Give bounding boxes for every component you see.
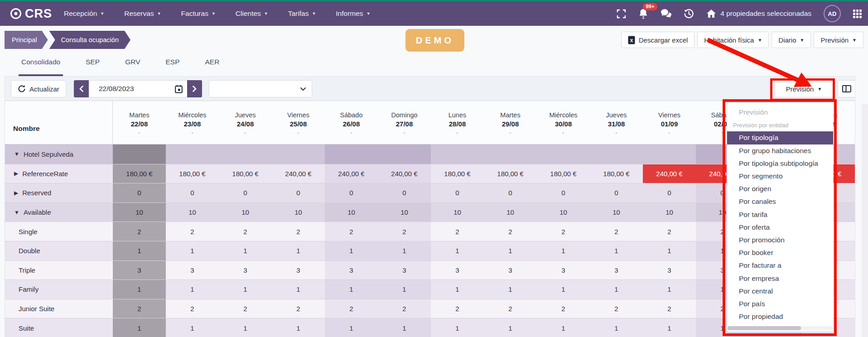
caret-down-icon: ▼ — [817, 87, 822, 91]
cell-double-22-08: 1 — [113, 241, 166, 260]
dropdown-item-por-booker[interactable]: Por booker — [727, 246, 833, 259]
row-label-available[interactable]: ▼Available — [5, 203, 113, 222]
forecast-toolbar-button[interactable]: Previsión ▼ — [775, 80, 833, 97]
dropdown-item-por-empresa[interactable]: Por empresa — [727, 272, 833, 284]
dropdown-item-por-segmento[interactable]: Por segmento — [727, 170, 833, 183]
split-columns-button[interactable] — [838, 80, 855, 97]
cell-family-26-08: 1 — [325, 280, 378, 299]
brand-logo[interactable]: CRS — [0, 7, 64, 21]
card-toolbar: Actualizar 22/08/2023 — [5, 77, 855, 101]
cell-available-27-08: 10 — [378, 203, 431, 222]
cell-single-01-09: 2 — [643, 222, 696, 241]
cell-hotel-sepulveda-24-08 — [219, 144, 272, 164]
dropdown-scrollbar-thumb[interactable] — [728, 326, 801, 330]
next-day-button[interactable] — [187, 80, 202, 97]
dropdown-item-por-tipologia-subtipologia[interactable]: Por tipología subtipología — [727, 157, 833, 170]
cell-available-24-08: 10 — [219, 203, 272, 222]
tab-esp[interactable]: ESP — [165, 55, 181, 76]
column-header-28-08: Lunes28/08- — [431, 101, 484, 144]
cell-single-29-08: 2 — [484, 222, 537, 241]
dropdown-item-por-propiedad[interactable]: Por propiedad — [727, 310, 833, 323]
cell-triple-23-08: 3 — [166, 261, 219, 280]
column-header-27-08: Domingo27/08- — [378, 101, 431, 144]
dropdown-item-por-pais[interactable]: Por país — [727, 298, 833, 310]
cell-suite-01-09: 1 — [643, 318, 696, 337]
nav-menu-item-tarifas[interactable]: Tarifas▼ — [288, 10, 316, 18]
navbar-right: 99+ 4 — [617, 5, 868, 22]
svg-text:x: x — [630, 37, 633, 43]
cell-double-30-08: 1 — [537, 241, 590, 260]
nav-menu-item-informes[interactable]: Informes▼ — [336, 10, 370, 18]
dropdown-item-por-origen[interactable]: Por origen — [727, 183, 833, 195]
column-header-24-08: Jueves24/08- — [219, 101, 272, 144]
apps-grid-icon[interactable] — [853, 10, 862, 18]
cell-single-22-08: 2 — [113, 222, 166, 241]
dropdown-item-por-tipologia[interactable]: Por tipología — [727, 131, 833, 144]
cell-available-29-08: 10 — [484, 203, 537, 222]
forecast-header-button[interactable]: Previsión ▼ — [814, 32, 863, 48]
cell-triple-25-08: 3 — [272, 261, 325, 280]
cell-referencerate-27-08: 240,00 € — [378, 164, 431, 183]
cell-triple-31-08: 3 — [590, 261, 643, 280]
download-excel-button[interactable]: x Descargar excel — [621, 32, 694, 48]
cell-referencerate-29-08: 180,00 € — [484, 164, 537, 183]
split-columns-icon — [842, 85, 851, 92]
cell-family-24-08: 1 — [219, 280, 272, 299]
caret-collapsed-icon: ▶ — [14, 170, 18, 177]
tab-aer[interactable]: AER — [204, 55, 221, 76]
vertical-scrollbar[interactable] — [862, 104, 868, 337]
fullscreen-icon[interactable] — [617, 9, 626, 19]
cell-referencerate-23-08: 180,00 € — [166, 164, 219, 183]
dropdown-item-por-grupo-habitaciones[interactable]: Por grupo habitaciones — [727, 144, 833, 157]
row-label-reserved[interactable]: ▶Reserved — [5, 183, 113, 202]
filter-select[interactable] — [209, 80, 312, 97]
cell-suite-24-08: 1 — [219, 318, 272, 337]
refresh-button[interactable]: Actualizar — [11, 80, 66, 97]
notifications-bell-icon[interactable]: 99+ — [638, 8, 648, 19]
date-navigation: 22/08/2023 — [74, 80, 202, 97]
row-label-junior-suite: Junior Suite — [5, 299, 113, 318]
row-label-hotel-sepulveda[interactable]: ▼Hotel Sepulveda — [5, 144, 113, 164]
dropdown-item-por-central[interactable]: Por central — [727, 285, 833, 298]
cell-suite-31-08: 1 — [590, 318, 643, 337]
nav-menu-item-facturas[interactable]: Facturas▼ — [181, 10, 216, 18]
excel-file-icon: x — [628, 36, 635, 44]
caret-down-icon: ▼ — [212, 11, 216, 16]
tab-consolidado[interactable]: Consolidado — [20, 55, 61, 76]
row-label-single: Single — [5, 222, 113, 241]
daily-button[interactable]: Diario ▼ — [772, 32, 811, 48]
breadcrumb-item-principal[interactable]: Principal — [5, 31, 48, 49]
dropdown-item-por-promocion[interactable]: Por promoción — [727, 234, 833, 246]
breadcrumb-item-consulta-ocupacion[interactable]: Consulta ocupación — [49, 31, 130, 49]
breadcrumb: Principal Consulta ocupación — [5, 31, 130, 49]
chevron-down-icon — [300, 87, 306, 91]
dropdown-item-por-canales[interactable]: Por canales — [727, 195, 833, 208]
cell-double-29-08: 1 — [484, 241, 537, 260]
nav-menu-item-reservas[interactable]: Reservas▼ — [124, 10, 161, 18]
chat-icon[interactable] — [661, 9, 671, 19]
dropdown-item-por-oferta[interactable]: Por oferta — [727, 221, 833, 234]
cell-hotel-sepulveda-30-08 — [537, 144, 590, 164]
row-label-referencerate[interactable]: ▶ReferenceRate — [5, 164, 113, 183]
previous-day-button[interactable] — [74, 80, 89, 97]
dropdown-item-prevision: Previsión — [727, 106, 833, 119]
dropdown-item-por-tarifa[interactable]: Por tarifa — [727, 208, 833, 221]
avatar[interactable]: AD — [824, 5, 841, 22]
nav-menu-item-clientes[interactable]: Clientes▼ — [236, 10, 268, 18]
forecast-header-label: Previsión — [820, 36, 849, 44]
selected-properties[interactable]: 4 propiedades seleccionadas — [706, 9, 811, 18]
nav-menu-item-recepcion[interactable]: Recepción▼ — [64, 10, 104, 18]
cell-hotel-sepulveda-31-08 — [590, 144, 643, 164]
tab-sep[interactable]: SEP — [85, 55, 101, 76]
calendar-icon[interactable] — [175, 85, 183, 93]
room-physical-button[interactable]: Habitación física ▼ — [697, 32, 769, 48]
date-input[interactable]: 22/08/2023 — [89, 80, 187, 97]
row-label-family: Family — [5, 280, 113, 299]
history-icon[interactable] — [684, 9, 694, 19]
dropdown-item-por-facturar-a[interactable]: Por facturar a — [727, 259, 833, 272]
refresh-label: Actualizar — [29, 85, 59, 93]
caret-down-icon: ▼ — [757, 38, 762, 43]
cell-hotel-sepulveda-29-08 — [484, 144, 537, 164]
tab-grv[interactable]: GRV — [124, 55, 141, 76]
cell-single-23-08: 2 — [166, 222, 219, 241]
